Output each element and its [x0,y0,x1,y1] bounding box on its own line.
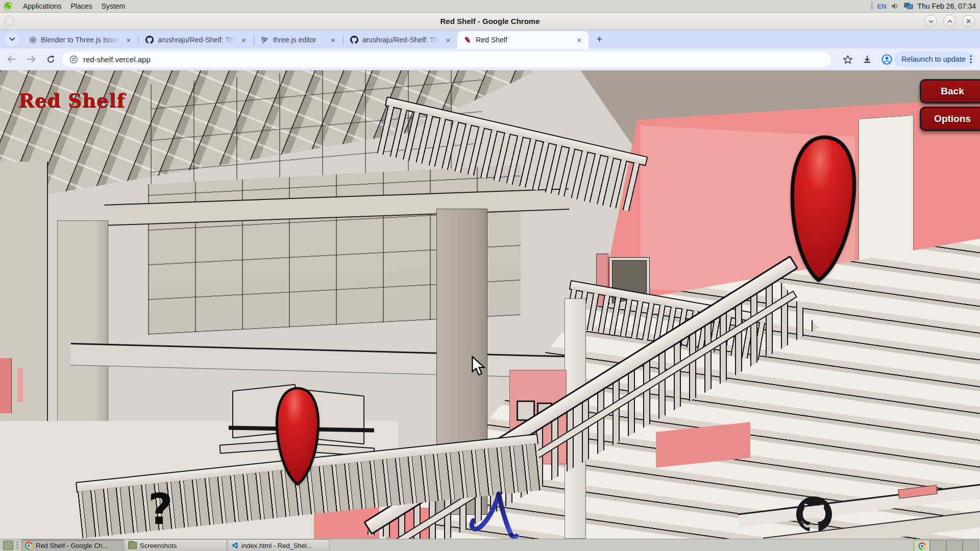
task-screenshots[interactable]: Screenshots [125,539,227,551]
tab-blender-issue[interactable]: Blender to Three.js Issue × [22,31,138,48]
window-title: Red Shelf - Google Chrome [440,17,540,26]
task-label: Red Shelf - Google Ch... [36,542,108,549]
network-displays-icon[interactable] [904,3,913,10]
red-marker-upper[interactable] [779,132,865,285]
close-button[interactable] [962,15,975,28]
tab-label: three.js editor [273,36,325,44]
github-icon [350,36,358,44]
clock[interactable]: Thu Feb 26, 07:34 [918,2,976,10]
browser-toolbar: red-shelf.vercel.app Relaunch to update [0,48,980,70]
task-red-shelf-chrome[interactable]: Red Shelf - Google Ch... [21,539,124,551]
bottom-taskbar: Red Shelf - Google Ch... Screenshots ind… [0,539,980,551]
pink-wall-sliver [17,368,23,402]
workspace-1[interactable] [914,540,930,551]
url-text[interactable]: red-shelf.vercel.app [83,55,151,64]
menu-system[interactable]: System [102,2,126,10]
workspace-4[interactable] [963,540,979,551]
maximize-button[interactable] [943,15,956,28]
profile-icon[interactable] [879,52,894,67]
floor-slab-edge [70,343,581,379]
github-icon [145,36,154,44]
tab-close-icon[interactable]: × [444,36,452,44]
tab-label: arushraju/Red-Shelf: Thi [362,36,439,44]
options-button[interactable]: Options [920,107,980,131]
address-bar[interactable]: red-shelf.vercel.app [62,52,831,67]
tab-threejs-editor[interactable]: three.js editor × [255,31,342,48]
tab-separator [254,36,254,44]
task-vscode[interactable]: index.html - Red_Shel... [228,539,330,551]
tab-close-icon[interactable]: × [575,36,583,44]
vscode-icon [231,542,238,549]
window-titlebar[interactable]: Red Shelf - Google Chrome [0,12,980,30]
panel-grip [871,3,873,10]
minimize-button[interactable] [924,15,937,28]
workspace-2[interactable] [930,540,946,551]
left-column [57,220,108,424]
relaunch-to-update-button[interactable]: Relaunch to update [894,52,975,67]
desktop: Applications Places System EN Thu Feb 26… [0,0,980,551]
menu-applications[interactable]: Applications [23,2,62,10]
relaunch-label: Relaunch to update [901,55,966,63]
reload-icon[interactable] [43,52,58,67]
keyboard-layout-indicator[interactable]: EN [877,3,887,10]
threejs-canvas[interactable]: Red Shelf Back Options ? [0,70,980,539]
forward-nav-icon[interactable] [23,52,39,67]
github-octocat-icon[interactable] [796,496,832,532]
workspace-3[interactable] [946,540,963,551]
red-shelf-logo: Red Shelf [18,89,125,112]
white-wall-panel [859,115,914,269]
tab-red-shelf-active[interactable]: Red Shelf × [457,31,589,48]
gnome-top-panel: Applications Places System EN Thu Feb 26… [0,0,980,13]
download-icon[interactable] [860,52,875,67]
openai-icon [29,36,37,44]
show-desktop-icon[interactable] [3,541,13,550]
cursive-a-signature-logo[interactable] [465,488,521,539]
tab-label: arushraju/Red-Shelf: Thi [158,36,235,44]
back-nav-icon[interactable] [4,52,19,67]
mouse-cursor [471,356,486,377]
tab-label: Red Shelf [476,36,571,44]
red-marker-lower[interactable] [273,380,323,492]
tab-close-icon[interactable]: × [239,36,248,44]
taskbar-grip [16,542,18,549]
pink-wall-sliver [0,358,12,413]
tab-close-icon[interactable]: × [124,36,133,44]
tab-search-button[interactable] [5,32,19,46]
volume-icon[interactable] [891,3,899,10]
menu-places[interactable]: Places [71,2,92,10]
tab-label: Blender to Three.js Issue [41,36,120,44]
tab-github-red-shelf-2[interactable]: arushraju/Red-Shelf: Thi × [344,31,457,48]
tab-separator [343,36,344,44]
window-menu-icon[interactable] [4,16,14,26]
site-info-icon[interactable] [69,56,78,63]
tab-close-icon[interactable]: × [329,36,337,44]
new-tab-button[interactable]: + [593,33,606,46]
red-shelf-favicon [463,36,472,44]
help-question-mark-icon[interactable]: ? [148,484,173,534]
folder-icon [128,542,137,549]
back-button[interactable]: Back [920,79,980,104]
chrome-icon [918,542,926,550]
workspace-switcher[interactable] [914,540,979,551]
tab-strip: Blender to Three.js Issue × arushraju/Re… [0,30,980,48]
chrome-icon [25,542,33,549]
task-label: index.html - Red_Shel... [241,542,312,549]
bookmark-star-icon[interactable] [840,52,855,67]
tab-separator [138,36,139,44]
browser-menu-icon[interactable] [970,55,972,63]
task-label: Screenshots [140,542,177,549]
distro-logo-icon[interactable] [4,2,13,11]
threejs-icon [261,36,269,44]
tab-github-red-shelf-1[interactable]: arushraju/Red-Shelf: Thi × [139,31,253,48]
